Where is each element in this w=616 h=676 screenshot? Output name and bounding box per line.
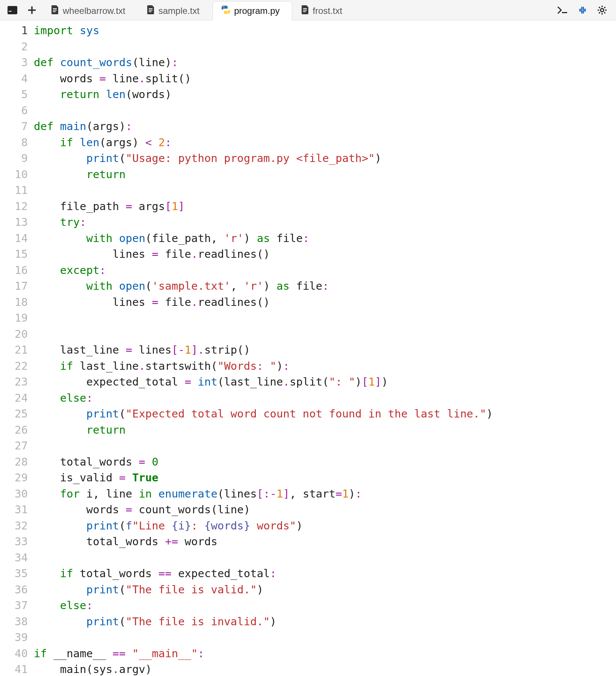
- line-number: 33: [0, 534, 28, 550]
- code-editor[interactable]: 1234567891011121314151617181920212223242…: [0, 20, 616, 676]
- line-number: 8: [0, 135, 28, 151]
- file-icon: [302, 5, 309, 17]
- line-number: 14: [0, 230, 28, 247]
- svg-line-21: [599, 7, 600, 8]
- code-line[interactable]: print("Expected total word count not fou…: [34, 406, 616, 422]
- line-number: 21: [0, 342, 28, 358]
- line-number: 16: [0, 262, 28, 278]
- line-number: 32: [0, 518, 28, 534]
- code-line[interactable]: if last_line.startswith("Words: "):: [34, 358, 616, 374]
- code-line[interactable]: [34, 39, 616, 55]
- ide-window: wheelbarrow.txtsample.txtprogram.pyfrost…: [0, 0, 616, 676]
- code-line[interactable]: print(f"Line {i}: {words} words"): [34, 518, 616, 534]
- line-number: 5: [0, 86, 28, 103]
- code-line[interactable]: total_words = 0: [34, 454, 616, 470]
- code-line[interactable]: words = line.split(): [34, 71, 616, 87]
- svg-rect-4: [53, 8, 57, 9]
- line-number: 24: [0, 390, 28, 406]
- code-line[interactable]: [34, 550, 616, 566]
- svg-rect-15: [562, 12, 567, 13]
- svg-rect-9: [149, 11, 151, 12]
- tab-label: frost.txt: [313, 6, 343, 16]
- svg-rect-7: [149, 8, 152, 9]
- code-line[interactable]: with open('sample.txt', 'r') as file:: [34, 278, 616, 294]
- line-number: 41: [0, 661, 28, 676]
- terminal-icon[interactable]: [8, 6, 17, 14]
- plus-icon[interactable]: [28, 6, 36, 14]
- line-number: 23: [0, 374, 28, 390]
- tab-bar-right-controls: [548, 0, 616, 20]
- code-line[interactable]: main(sys.argv): [34, 661, 616, 676]
- file-icon: [147, 5, 155, 17]
- code-line[interactable]: expected_total = int(last_line.split(": …: [34, 374, 616, 390]
- code-line[interactable]: [34, 103, 616, 119]
- code-line[interactable]: try:: [34, 214, 616, 230]
- svg-line-22: [604, 12, 605, 13]
- code-line[interactable]: lines = file.readlines(): [34, 246, 616, 262]
- code-line[interactable]: lines = file.readlines(): [34, 294, 616, 310]
- code-line[interactable]: words = count_words(line): [34, 502, 616, 518]
- code-line[interactable]: [34, 438, 616, 454]
- svg-point-16: [601, 8, 604, 11]
- tab-list: wheelbarrow.txtsample.txtprogram.pyfrost…: [43, 0, 355, 20]
- code-line[interactable]: print("Usage: python program.py <file_pa…: [34, 150, 616, 166]
- line-number: 10: [0, 166, 28, 183]
- line-number: 28: [0, 454, 28, 470]
- code-line[interactable]: [34, 182, 616, 198]
- tab-wheelbarrow-txt[interactable]: wheelbarrow.txt: [43, 1, 138, 20]
- code-line[interactable]: return: [34, 166, 616, 183]
- code-line[interactable]: if __name__ == "__main__":: [34, 646, 616, 662]
- line-number: 38: [0, 614, 28, 630]
- tab-label: program.py: [234, 6, 279, 16]
- line-number-gutter: 1234567891011121314151617181920212223242…: [0, 23, 34, 676]
- code-line[interactable]: def main(args):: [34, 118, 616, 135]
- console-icon[interactable]: [557, 6, 568, 14]
- line-number: 31: [0, 502, 28, 518]
- svg-point-10: [223, 6, 225, 8]
- code-line[interactable]: if total_words == expected_total:: [34, 566, 616, 582]
- tab-frost-txt[interactable]: frost.txt: [293, 1, 355, 20]
- code-line[interactable]: [34, 629, 616, 646]
- line-number: 19: [0, 310, 28, 326]
- line-number: 7: [0, 118, 28, 135]
- code-line[interactable]: print("The file is valid."): [34, 582, 616, 598]
- code-line[interactable]: if len(args) < 2:: [34, 135, 616, 151]
- line-number: 20: [0, 326, 28, 342]
- code-line[interactable]: total_words += words: [34, 534, 616, 550]
- line-number: 15: [0, 246, 28, 262]
- code-area[interactable]: import sys def count_words(line): words …: [34, 23, 616, 676]
- svg-rect-5: [53, 10, 57, 11]
- tab-sample-txt[interactable]: sample.txt: [139, 1, 212, 20]
- line-number: 26: [0, 422, 28, 438]
- collapse-icon[interactable]: [578, 5, 587, 15]
- code-line[interactable]: with open(file_path, 'r') as file:: [34, 230, 616, 247]
- code-line[interactable]: return: [34, 422, 616, 438]
- code-line[interactable]: else:: [34, 597, 616, 614]
- tab-program-py[interactable]: program.py: [213, 1, 292, 20]
- code-line[interactable]: [34, 310, 616, 326]
- code-line[interactable]: is_valid = True: [34, 470, 616, 486]
- gear-icon[interactable]: [597, 5, 607, 15]
- tab-label: wheelbarrow.txt: [63, 6, 125, 16]
- code-line[interactable]: import sys: [34, 23, 616, 39]
- svg-rect-14: [303, 11, 306, 12]
- code-line[interactable]: [34, 326, 616, 342]
- code-line[interactable]: print("The file is invalid."): [34, 614, 616, 630]
- code-line[interactable]: except:: [34, 262, 616, 278]
- code-line[interactable]: for i, line in enumerate(lines[:-1], sta…: [34, 486, 616, 502]
- line-number: 39: [0, 629, 28, 646]
- code-line[interactable]: return len(words): [34, 86, 616, 103]
- code-line[interactable]: def count_words(line):: [34, 54, 616, 71]
- code-line[interactable]: file_path = args[1]: [34, 198, 616, 215]
- svg-rect-12: [303, 8, 307, 9]
- svg-line-24: [599, 12, 600, 13]
- line-number: 4: [0, 71, 28, 87]
- line-number: 40: [0, 646, 28, 662]
- python-icon: [221, 5, 230, 17]
- code-line[interactable]: else:: [34, 390, 616, 406]
- svg-rect-8: [149, 10, 152, 11]
- line-number: 13: [0, 214, 28, 230]
- line-number: 25: [0, 406, 28, 422]
- code-line[interactable]: last_line = lines[-1].strip(): [34, 342, 616, 358]
- line-number: 30: [0, 486, 28, 502]
